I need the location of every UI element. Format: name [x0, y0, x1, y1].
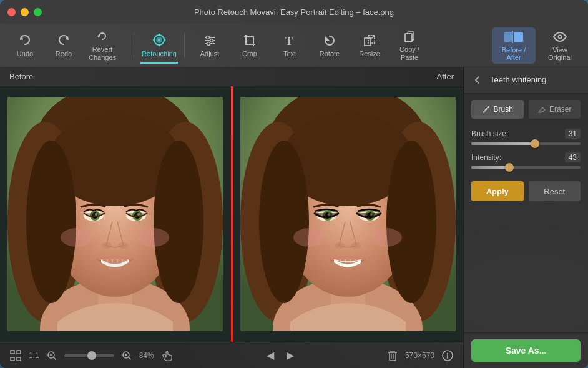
- prev-icon: ◀: [267, 349, 274, 361]
- back-button[interactable]: [470, 73, 485, 87]
- brush-size-label: Brush size:: [471, 129, 508, 138]
- apply-button[interactable]: Apply: [471, 181, 524, 201]
- prev-image-button[interactable]: ◀: [264, 347, 277, 364]
- text-icon: T: [283, 32, 296, 47]
- zoom-ratio: 1:1: [29, 351, 39, 360]
- image-panels: [0, 86, 463, 342]
- undo-button[interactable]: Undo: [6, 27, 44, 64]
- svg-line-89: [488, 106, 489, 107]
- next-icon: ▶: [287, 349, 294, 361]
- brush-tool-button[interactable]: Brush: [471, 100, 524, 119]
- title-bar: Photo Retouch Movavi: Easy Portrait Edit…: [0, 0, 588, 24]
- canvas-area: Before After: [0, 67, 463, 368]
- app-window: Photo Retouch Movavi: Easy Portrait Edit…: [0, 0, 588, 368]
- svg-point-21: [559, 36, 561, 37]
- intensity-label: Intensity:: [471, 153, 501, 162]
- svg-point-31: [26, 141, 76, 303]
- revert-icon: [96, 29, 109, 43]
- close-button[interactable]: [7, 8, 16, 16]
- svg-point-70: [351, 242, 361, 249]
- retouching-button[interactable]: Retouching: [140, 27, 178, 64]
- svg-rect-74: [17, 351, 21, 354]
- retouching-icon: [152, 32, 167, 47]
- copy-paste-icon: [403, 29, 416, 43]
- maximize-button[interactable]: [34, 8, 42, 16]
- crop-button[interactable]: Crop: [231, 27, 268, 64]
- brush-size-label-row: Brush size: 31: [471, 129, 581, 139]
- zoom-out-button[interactable]: [44, 348, 59, 363]
- rotate-button[interactable]: Rotate: [311, 27, 348, 64]
- svg-rect-76: [17, 357, 21, 361]
- eraser-tool-button[interactable]: Eraser: [529, 100, 581, 119]
- eraser-label: Eraser: [549, 105, 571, 114]
- brush-label: Brush: [494, 105, 513, 114]
- svg-point-49: [138, 235, 140, 237]
- resize-button[interactable]: Resize: [351, 27, 388, 64]
- svg-rect-16: [405, 34, 412, 42]
- copy-paste-button[interactable]: Copy / Paste: [391, 27, 428, 64]
- svg-rect-75: [11, 357, 14, 361]
- toolbar-sep-1: [134, 33, 134, 58]
- file-dimensions: 570×570: [405, 351, 434, 360]
- after-photo: [240, 97, 456, 331]
- panel-title: Teeth whitening: [490, 75, 546, 84]
- adjust-button[interactable]: Adjust: [191, 27, 228, 64]
- before-after-icon: [504, 30, 524, 44]
- redo-icon: [57, 32, 71, 47]
- delete-button[interactable]: [385, 347, 400, 364]
- undo-label: Undo: [17, 50, 33, 58]
- before-panel[interactable]: [0, 86, 231, 342]
- svg-rect-73: [11, 351, 14, 354]
- view-original-button[interactable]: View Original: [538, 27, 582, 64]
- svg-point-32: [154, 141, 203, 303]
- hand-tool-button[interactable]: [159, 347, 175, 364]
- next-image-button[interactable]: ▶: [284, 347, 296, 364]
- zoom-in-button[interactable]: [119, 348, 134, 363]
- adjust-label: Adjust: [200, 50, 220, 58]
- zoom-slider[interactable]: [64, 354, 114, 357]
- text-button[interactable]: T Text: [271, 27, 308, 64]
- bottom-toolbar: 1:1: [0, 342, 463, 368]
- svg-rect-17: [504, 32, 512, 42]
- copy-paste-label: Copy / Paste: [399, 46, 419, 62]
- rotate-icon: [323, 32, 336, 47]
- revert-button[interactable]: Revert Changes: [84, 27, 121, 64]
- panel-header: Teeth whitening: [464, 67, 588, 92]
- redo-button[interactable]: Redo: [45, 27, 82, 64]
- svg-point-41: [102, 242, 112, 249]
- toolbar: Undo Redo Revert Changes: [0, 24, 588, 67]
- svg-point-44: [138, 228, 169, 247]
- svg-point-2: [158, 39, 160, 41]
- svg-point-47: [104, 231, 105, 232]
- brush-size-track[interactable]: [471, 142, 581, 145]
- bottom-center: ◀ ▶: [180, 347, 380, 364]
- brush-size-fill: [471, 142, 535, 145]
- toolbar-right: Before / After View Original: [492, 27, 582, 64]
- svg-point-59: [259, 141, 309, 303]
- toolbar-sep-2: [184, 33, 185, 58]
- rotate-label: Rotate: [320, 50, 340, 58]
- svg-rect-18: [514, 32, 523, 42]
- svg-point-46: [97, 237, 99, 239]
- before-label: Before: [0, 72, 437, 81]
- intensity-thumb[interactable]: [505, 163, 514, 172]
- brush-size-thumb[interactable]: [531, 139, 539, 148]
- info-button[interactable]: [439, 347, 456, 364]
- after-panel[interactable]: [233, 86, 464, 342]
- after-label: After: [437, 72, 463, 81]
- text-label: Text: [283, 50, 296, 58]
- fit-view-button[interactable]: [7, 347, 24, 364]
- resize-icon: [363, 32, 376, 47]
- adjust-icon: [203, 32, 217, 47]
- intensity-track[interactable]: [471, 166, 581, 169]
- reset-button[interactable]: Reset: [529, 181, 581, 201]
- svg-point-43: [61, 228, 92, 247]
- view-original-icon: [552, 30, 568, 44]
- svg-point-10: [207, 36, 210, 39]
- before-after-button[interactable]: Before / After: [492, 27, 536, 64]
- svg-point-11: [210, 39, 213, 42]
- minimize-button[interactable]: [21, 8, 29, 16]
- intensity-section: Intensity: 43: [471, 152, 581, 169]
- svg-point-69: [335, 242, 345, 249]
- save-as-button[interactable]: Save As...: [471, 339, 581, 362]
